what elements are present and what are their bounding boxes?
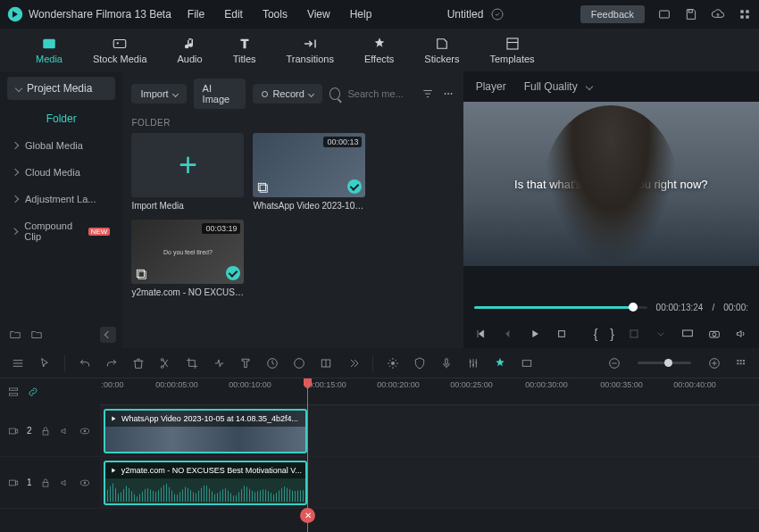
tab-transitions[interactable]: Transitions: [287, 36, 334, 64]
zoom-in-icon[interactable]: [707, 356, 721, 370]
track-header-2[interactable]: 2: [0, 405, 100, 457]
document-title[interactable]: Untitled: [447, 8, 484, 21]
folder-add-icon[interactable]: [9, 328, 21, 341]
mask-icon[interactable]: [413, 356, 427, 370]
track-header-1[interactable]: 1: [0, 457, 100, 509]
tab-media[interactable]: Media: [36, 36, 63, 64]
split-icon[interactable]: [158, 356, 172, 370]
feedback-button[interactable]: Feedback: [580, 5, 645, 23]
chevron-right-icon: [12, 195, 19, 203]
tab-titles[interactable]: Titles: [233, 36, 256, 64]
visibility-icon[interactable]: [79, 425, 91, 437]
step-back-icon[interactable]: [501, 327, 515, 341]
crop-icon[interactable]: [627, 327, 641, 341]
adjust-icon[interactable]: [319, 356, 333, 370]
keyframe-icon[interactable]: [265, 356, 279, 370]
quality-selector[interactable]: Full Quality: [524, 80, 592, 93]
ai-image-button[interactable]: AI Image: [194, 79, 246, 109]
media-clip-1[interactable]: 00:00:13 WhatsApp Video 2023-10-05...: [253, 133, 365, 211]
enhance-icon[interactable]: [386, 356, 400, 370]
zoom-out-icon[interactable]: [607, 356, 621, 370]
tab-stickers[interactable]: Stickers: [424, 36, 459, 64]
sidebar-folder[interactable]: Folder: [0, 105, 122, 132]
track-number: 2: [27, 426, 32, 436]
clip-video-bottom[interactable]: y2mate.com - NO EXCUSES Best Motivationa…: [104, 461, 307, 505]
playhead[interactable]: ✕: [307, 378, 308, 532]
player-tab[interactable]: Player: [476, 80, 506, 93]
folder-icon[interactable]: [30, 328, 43, 341]
link-icon[interactable]: [27, 386, 39, 398]
apps-grid-icon[interactable]: [738, 7, 752, 21]
mark-in-icon[interactable]: {: [594, 327, 598, 341]
tab-audio[interactable]: Audio: [178, 36, 203, 64]
save-icon[interactable]: [684, 7, 698, 21]
prev-frame-icon[interactable]: [474, 327, 488, 341]
speed-icon[interactable]: [212, 356, 226, 370]
import-button[interactable]: Import: [131, 84, 186, 104]
stop-icon[interactable]: [555, 327, 569, 341]
marker-add-icon[interactable]: [493, 356, 507, 370]
timeline-ruler[interactable]: :00:00 00:00:05:00 00:00:10:00 00:00:15:…: [100, 378, 759, 405]
mute-icon[interactable]: [59, 425, 71, 437]
sidebar-item-global-media[interactable]: Global Media: [0, 132, 122, 159]
search-input[interactable]: [347, 88, 414, 99]
mixer-icon[interactable]: [466, 356, 480, 370]
playhead-delete-icon[interactable]: ✕: [300, 508, 315, 523]
sidebar-collapse-button[interactable]: [100, 327, 116, 343]
tab-stock-media[interactable]: Stock Media: [93, 36, 147, 64]
undo-icon[interactable]: [78, 356, 92, 370]
tab-templates[interactable]: Templates: [489, 36, 534, 64]
sidebar-item-cloud-media[interactable]: Cloud Media: [0, 159, 122, 186]
filter-icon[interactable]: [421, 87, 434, 101]
cloud-sync-icon[interactable]: [490, 7, 505, 21]
snapshot-icon[interactable]: [707, 327, 721, 341]
menu-file[interactable]: File: [188, 8, 204, 21]
app-title: Wondershare Filmora 13 Beta: [29, 8, 171, 21]
lock-icon[interactable]: [39, 425, 52, 437]
play-icon[interactable]: [528, 327, 542, 341]
redo-icon[interactable]: [104, 356, 119, 370]
clip-video-top[interactable]: WhatsApp Video 2023-10-05 at 14.08.35_4b…: [104, 409, 307, 453]
track-options-icon[interactable]: [7, 386, 20, 398]
sidebar-item-adjustment-layer[interactable]: Adjustment La...: [0, 186, 122, 212]
cloud-upload-icon[interactable]: [711, 7, 725, 21]
sidebar-project-media[interactable]: Project Media: [7, 77, 115, 100]
delete-icon[interactable]: [131, 356, 146, 370]
text-icon[interactable]: [238, 356, 253, 370]
chevron-down-icon[interactable]: [654, 327, 668, 341]
mark-out-icon[interactable]: }: [610, 327, 614, 341]
sidebar: Project Media Folder Global Media Cloud …: [0, 71, 122, 348]
record-button[interactable]: Record: [253, 84, 321, 104]
menu-view[interactable]: View: [307, 8, 330, 21]
search-icon[interactable]: [329, 87, 341, 100]
tab-effects[interactable]: Effects: [364, 36, 394, 64]
color-icon[interactable]: [292, 356, 306, 370]
timeline-options-icon[interactable]: [11, 356, 25, 370]
zoom-slider[interactable]: [638, 362, 691, 364]
menu-tools[interactable]: Tools: [263, 8, 288, 21]
more-tools-icon[interactable]: [346, 356, 360, 370]
display-icon[interactable]: [680, 327, 695, 341]
menu-edit[interactable]: Edit: [224, 8, 243, 21]
layout-icon[interactable]: [657, 7, 671, 21]
pointer-icon[interactable]: [38, 356, 52, 370]
mute-icon[interactable]: [59, 477, 71, 489]
svg-rect-19: [139, 271, 146, 278]
import-media-tile[interactable]: + Import Media: [131, 133, 244, 211]
crop-tool-icon[interactable]: [185, 356, 199, 370]
track-lane-2[interactable]: WhatsApp Video 2023-10-05 at 14.08.35_4b…: [100, 405, 759, 457]
more-icon[interactable]: [442, 87, 455, 101]
progress-bar[interactable]: [474, 306, 647, 309]
preview-viewport[interactable]: Is that what's stopping you right now?: [463, 102, 759, 266]
render-icon[interactable]: [520, 356, 534, 370]
lock-icon[interactable]: [39, 477, 52, 489]
sidebar-item-compound-clip[interactable]: Compound ClipNEW: [0, 212, 122, 250]
track-size-icon[interactable]: [734, 356, 748, 370]
timeline-tracks[interactable]: :00:00 00:00:05:00 00:00:10:00 00:00:15:…: [100, 378, 759, 532]
media-clip-2[interactable]: 00:03:19 y2mate.com - NO EXCUSES ...: [131, 220, 244, 297]
voiceover-icon[interactable]: [439, 356, 454, 370]
visibility-icon[interactable]: [79, 477, 91, 489]
track-lane-1[interactable]: y2mate.com - NO EXCUSES Best Motivationa…: [100, 457, 759, 509]
volume-icon[interactable]: [734, 327, 748, 341]
menu-help[interactable]: Help: [350, 8, 372, 21]
